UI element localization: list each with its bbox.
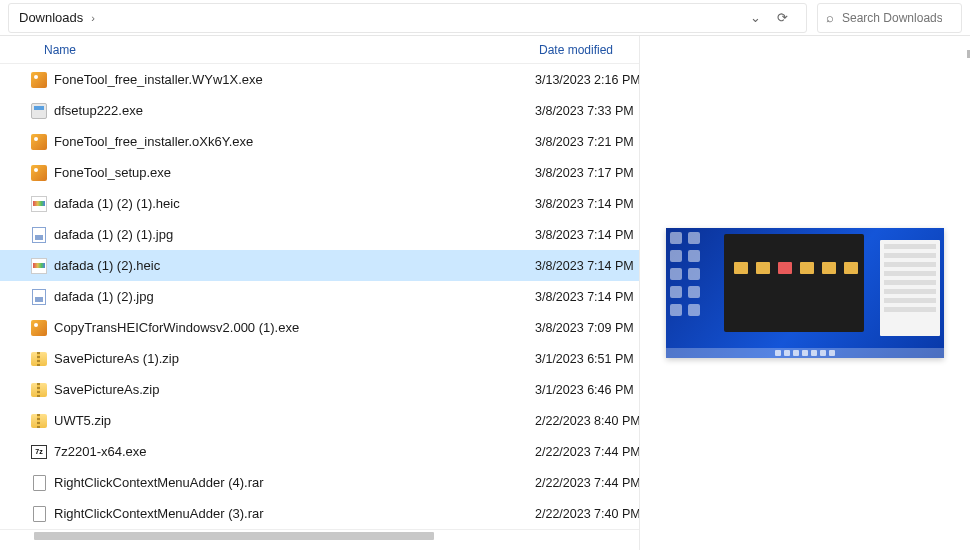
zip-icon [30,412,48,430]
column-header-row: Name Date modified [0,36,639,64]
file-row[interactable]: RightClickContextMenuAdder (4).rar2/22/2… [0,467,639,498]
file-row[interactable]: RightClickContextMenuAdder (3).rar2/22/2… [0,498,639,529]
horizontal-scrollbar[interactable] [0,529,639,541]
sevenz-icon: 7z [30,443,48,461]
file-name: RightClickContextMenuAdder (4).rar [54,475,535,490]
file-row[interactable]: UWT5.zip2/22/2023 8:40 PM [0,405,639,436]
file-name: dafada (1) (2) (1).heic [54,196,535,211]
file-row[interactable]: FoneTool_free_installer.WYw1X.exe3/13/20… [0,64,639,95]
installer-icon [30,71,48,89]
installer-icon [30,319,48,337]
file-row[interactable]: 7z7z2201-x64.exe2/22/2023 7:44 PM [0,436,639,467]
column-header-date[interactable]: Date modified [539,43,639,57]
file-name: SavePictureAs (1).zip [54,351,535,366]
file-rows: FoneTool_free_installer.WYw1X.exe3/13/20… [0,64,639,529]
address-bar[interactable]: Downloads › ⌄ ⟳ [8,3,807,33]
file-list-pane: Name Date modified FoneTool_free_install… [0,36,640,550]
file-name: FoneTool_free_installer.WYw1X.exe [54,72,535,87]
file-date: 3/1/2023 6:51 PM [535,352,639,366]
heic-icon [30,257,48,275]
file-row[interactable]: dafada (1) (2) (1).heic3/8/2023 7:14 PM [0,188,639,219]
file-name: dfsetup222.exe [54,103,535,118]
file-icon [30,505,48,523]
file-date: 3/8/2023 7:14 PM [535,290,639,304]
file-date: 2/22/2023 7:44 PM [535,445,639,459]
file-row[interactable]: dfsetup222.exe3/8/2023 7:33 PM [0,95,639,126]
jpg-icon [30,226,48,244]
file-row[interactable]: SavePictureAs.zip3/1/2023 6:46 PM [0,374,639,405]
column-header-name[interactable]: Name [0,43,539,57]
heic-icon [30,195,48,213]
file-date: 3/13/2023 2:16 PM [535,73,639,87]
search-input[interactable] [842,11,942,25]
file-date: 3/1/2023 6:46 PM [535,383,639,397]
file-name: FoneTool_setup.exe [54,165,535,180]
breadcrumb[interactable]: Downloads [19,10,83,25]
preview-pane [640,36,970,550]
file-row[interactable]: dafada (1) (2).heic3/8/2023 7:14 PM [0,250,639,281]
installer-icon [30,133,48,151]
file-date: 3/8/2023 7:17 PM [535,166,639,180]
installer-icon [30,164,48,182]
file-date: 3/8/2023 7:14 PM [535,197,639,211]
file-name: dafada (1) (2).jpg [54,289,535,304]
zip-icon [30,381,48,399]
file-row[interactable]: FoneTool_setup.exe3/8/2023 7:17 PM [0,157,639,188]
file-name: FoneTool_free_installer.oXk6Y.exe [54,134,535,149]
address-bar-row: Downloads › ⌄ ⟳ ⌕ [0,0,970,36]
file-name: dafada (1) (2).heic [54,258,535,273]
file-name: CopyTransHEICforWindowsv2.000 (1).exe [54,320,535,335]
scrollbar-thumb[interactable] [34,532,434,540]
file-date: 3/8/2023 7:14 PM [535,228,639,242]
file-name: UWT5.zip [54,413,535,428]
file-date: 2/22/2023 8:40 PM [535,414,639,428]
file-date: 2/22/2023 7:44 PM [535,476,639,490]
file-row[interactable]: dafada (1) (2) (1).jpg3/8/2023 7:14 PM [0,219,639,250]
file-name: SavePictureAs.zip [54,382,535,397]
preview-thumbnail [666,228,944,358]
chevron-right-icon[interactable]: › [91,12,95,24]
search-icon: ⌕ [826,10,834,25]
search-box[interactable]: ⌕ [817,3,962,33]
file-row[interactable]: FoneTool_free_installer.oXk6Y.exe3/8/202… [0,126,639,157]
file-name: RightClickContextMenuAdder (3).rar [54,506,535,521]
file-date: 3/8/2023 7:21 PM [535,135,639,149]
zip-icon [30,350,48,368]
file-row[interactable]: SavePictureAs (1).zip3/1/2023 6:51 PM [0,343,639,374]
file-row[interactable]: CopyTransHEICforWindowsv2.000 (1).exe3/8… [0,312,639,343]
file-date: 3/8/2023 7:14 PM [535,259,639,273]
jpg-icon [30,288,48,306]
refresh-icon[interactable]: ⟳ [769,10,796,25]
file-name: dafada (1) (2) (1).jpg [54,227,535,242]
file-date: 2/22/2023 7:40 PM [535,507,639,521]
file-date: 3/8/2023 7:09 PM [535,321,639,335]
dropdown-icon[interactable]: ⌄ [742,10,769,25]
file-date: 3/8/2023 7:33 PM [535,104,639,118]
file-name: 7z2201-x64.exe [54,444,535,459]
exe-icon [30,102,48,120]
file-icon [30,474,48,492]
file-row[interactable]: dafada (1) (2).jpg3/8/2023 7:14 PM [0,281,639,312]
